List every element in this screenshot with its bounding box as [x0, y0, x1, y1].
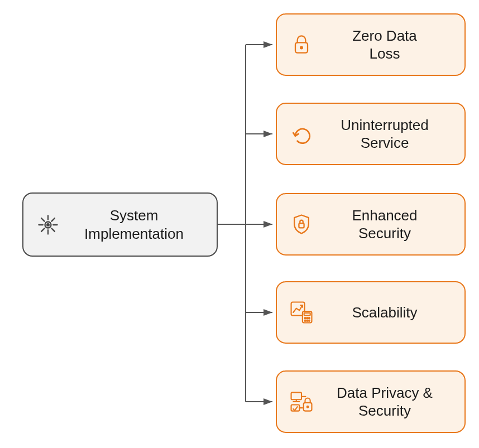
gear-icon — [33, 213, 63, 237]
shield-lock-icon — [287, 212, 316, 237]
target-node-uninterrupted-service: UninterruptedService — [276, 103, 466, 165]
source-node-system-implementation: SystemImplementation — [22, 192, 218, 257]
svg-point-26 — [304, 320, 305, 321]
target-node-data-privacy-security: Data Privacy &Security — [276, 370, 466, 433]
target-label: Scalability — [316, 304, 453, 322]
svg-point-23 — [304, 317, 305, 319]
svg-line-16 — [51, 218, 55, 221]
svg-point-18 — [300, 47, 303, 49]
target-label: Data Privacy &Security — [316, 384, 453, 420]
svg-line-15 — [41, 228, 45, 232]
svg-line-14 — [51, 228, 55, 232]
chart-calculator-icon — [287, 299, 316, 326]
undo-icon — [287, 122, 316, 146]
target-label: UninterruptedService — [316, 116, 453, 152]
source-label: SystemImplementation — [63, 206, 205, 243]
svg-point-27 — [306, 320, 308, 321]
lock-icon — [287, 32, 316, 57]
svg-point-25 — [309, 317, 310, 319]
svg-rect-19 — [299, 223, 304, 228]
svg-line-13 — [41, 218, 45, 221]
target-node-zero-data-loss: Zero DataLoss — [276, 13, 466, 76]
target-node-scalability: Scalability — [276, 281, 466, 344]
svg-point-24 — [306, 317, 308, 319]
svg-point-34 — [307, 406, 309, 408]
target-node-enhanced-security: EnhancedSecurity — [276, 193, 466, 256]
svg-point-28 — [309, 320, 310, 321]
target-label: EnhancedSecurity — [316, 206, 453, 243]
target-label: Zero DataLoss — [316, 27, 453, 63]
svg-rect-29 — [291, 392, 301, 399]
devices-lock-icon — [287, 388, 316, 415]
svg-point-8 — [47, 224, 49, 226]
